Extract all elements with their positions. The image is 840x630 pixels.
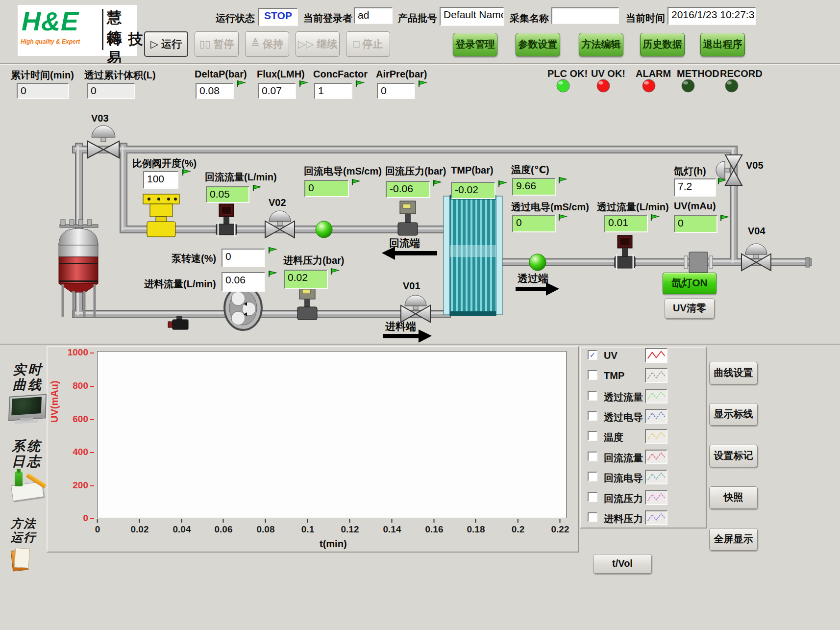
pause-icon: ▯▯ — [199, 38, 210, 50]
hold-icon: ≜ — [251, 38, 260, 50]
setpoint-flag-icon — [252, 184, 262, 192]
legend-checkbox-temp[interactable] — [588, 431, 597, 441]
x-axis: 0 0.02 0.04 0.06 0.08 0.1 0.12 0.14 0.16… — [98, 519, 561, 538]
reflux-cond-value: 0 — [304, 180, 349, 197]
pump-speed-label: 泵转速(%) — [172, 252, 216, 265]
legend-line-sample[interactable] — [645, 450, 667, 464]
valve-v01[interactable] — [401, 295, 430, 322]
legend-checkbox-perm-cond[interactable] — [588, 411, 597, 421]
legend-line-sample[interactable] — [645, 348, 667, 363]
batch-name-field[interactable]: Default Name — [440, 7, 504, 26]
setpoint-flag-icon — [558, 176, 568, 184]
continue-button-label: 继续 — [317, 37, 337, 51]
reflux-pressure-value: -0.06 — [386, 181, 430, 198]
sidebar-item-realtime-curve[interactable]: 实时曲线 — [7, 362, 52, 430]
proportional-valve[interactable] — [143, 194, 179, 237]
method-edit-button[interactable]: 方法编辑 — [579, 33, 623, 56]
deltap-label: DeltaP(bar) — [195, 69, 247, 80]
setpoint-flag-icon — [432, 179, 443, 187]
x-tick: 0.08 — [257, 519, 275, 535]
filter-module — [444, 195, 502, 316]
legend-panel — [580, 347, 707, 529]
concfactor-value[interactable]: 1 — [314, 83, 352, 99]
reflux-flow-label: 回流流量(L/min) — [205, 171, 277, 184]
valve-v02[interactable] — [265, 211, 295, 238]
snapshot-button[interactable]: 快照 — [709, 486, 758, 509]
uv-ok-led — [596, 78, 611, 93]
legend-line-sample[interactable] — [645, 470, 667, 484]
sidebar-item-method-run[interactable]: 方法运行 — [7, 517, 52, 580]
exit-program-button[interactable]: 退出程序 — [700, 33, 745, 56]
run-button[interactable]: ▷ 运行 — [144, 31, 188, 57]
pause-button[interactable]: ▯▯ 暂停 — [195, 31, 239, 57]
legend-checkbox-tmp[interactable] — [588, 370, 597, 380]
sidebar-label: 方法 — [11, 516, 36, 530]
legend-line-sample[interactable] — [645, 409, 667, 424]
login-manage-button[interactable]: 登录管理 — [453, 33, 497, 56]
t-vol-toggle-button[interactable]: t/Vol — [593, 554, 652, 574]
valve-v04[interactable] — [741, 244, 771, 271]
run-button-label: 运行 — [161, 37, 182, 51]
legend-checkbox-reflux-pres[interactable] — [588, 492, 597, 502]
plc-ok-label: PLC OK! — [547, 68, 588, 79]
valve-v01-label: V01 — [403, 280, 420, 292]
legend-line-sample[interactable] — [645, 368, 667, 383]
reflux-status-ball — [316, 221, 332, 238]
show-cursor-button[interactable]: 显示标线 — [709, 403, 758, 426]
legend-checkbox-reflux-cond[interactable] — [588, 472, 597, 481]
temperature-label: 温度(℃) — [511, 163, 549, 176]
legend-checkbox-reflux-flow[interactable] — [588, 452, 597, 461]
x-tick: 0.02 — [131, 519, 149, 535]
prop-valve-label: 比例阀开度(%) — [132, 157, 197, 170]
hold-button-label: 保持 — [263, 37, 283, 51]
feed-pressure-sensor — [297, 286, 317, 320]
reflux-flow-value: 0.05 — [206, 186, 249, 203]
legend-line-sample[interactable] — [645, 490, 667, 505]
run-state-value: STOP — [258, 8, 298, 26]
uv-zero-button[interactable]: UV清零 — [665, 298, 715, 319]
legend-label-reflux-flow: 回流流量 — [604, 452, 643, 465]
setpoint-flag-icon — [650, 214, 660, 221]
legend-checkbox-perm-flow[interactable] — [588, 391, 597, 401]
legend-line-sample[interactable] — [645, 429, 667, 444]
legend-line-sample[interactable] — [645, 510, 667, 525]
curve-settings-button[interactable]: 曲线设置 — [709, 362, 758, 384]
sidebar-label: 系统 — [12, 438, 42, 454]
legend-label-perm-cond: 透过电导 — [604, 411, 643, 424]
set-marker-button[interactable]: 设置标记 — [709, 445, 758, 467]
airpre-value[interactable]: 0 — [377, 83, 415, 99]
xenon-lamp-on-button[interactable]: 氙灯ON — [663, 273, 716, 294]
deltap-value[interactable]: 0.08 — [196, 83, 234, 99]
flux-value[interactable]: 0.07 — [258, 83, 296, 99]
legend-checkbox-feed-pres[interactable] — [588, 512, 597, 522]
sidebar-label: 实时 — [13, 362, 43, 377]
current-user-field[interactable]: ad — [354, 7, 393, 24]
hold-button[interactable]: ≜ 保持 — [245, 31, 289, 57]
x-tick: 0.06 — [215, 519, 233, 535]
y-tick: 1000 — [60, 347, 94, 358]
history-data-button[interactable]: 历史数据 — [640, 33, 685, 56]
pump-speed-value[interactable]: 0 — [222, 249, 265, 267]
continue-button[interactable]: ▷▷ 继续 — [296, 31, 340, 57]
plot-area[interactable] — [97, 351, 567, 518]
x-tick: 0 — [95, 519, 100, 535]
legend-checkbox-uv[interactable]: ✓ — [588, 350, 597, 360]
setpoint-flag-icon — [351, 178, 361, 186]
feed-flow-label: 进料流量(L/min) — [144, 277, 216, 291]
sidebar-item-system-log[interactable]: 系统日志 — [7, 438, 52, 507]
airpre-label: AirPre(bar) — [376, 69, 427, 80]
legend-line-sample[interactable] — [645, 389, 667, 403]
stop-button[interactable]: □ 停止 — [346, 31, 390, 57]
parameter-settings-button[interactable]: 参数设置 — [516, 33, 560, 56]
x-tick: 0.1 — [301, 519, 314, 535]
prop-valve-value[interactable]: 100 — [143, 171, 178, 189]
x-tick: 0.12 — [341, 519, 359, 535]
logo-company-name-2: 科技 — [107, 29, 150, 50]
uv-ok-label: UV OK! — [591, 68, 625, 79]
acquisition-name-field[interactable] — [551, 7, 619, 24]
run-state-label: 运行状态 — [216, 12, 255, 25]
fullscreen-button[interactable]: 全屏显示 — [709, 528, 758, 551]
drain-sensor — [168, 316, 188, 329]
feed-flow-value[interactable]: 0.06 — [222, 272, 265, 292]
legend-label-perm-flow: 透过流量 — [604, 391, 643, 404]
